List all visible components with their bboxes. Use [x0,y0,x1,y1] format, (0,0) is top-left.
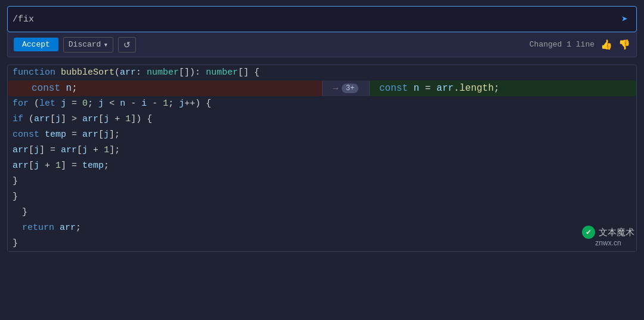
command-bar: /fix ➤ [7,6,637,32]
watermark: ✔ 文本魔术 znwx.cn [582,226,634,247]
thumbs-down-icon[interactable]: 👎 [618,39,630,51]
code-block: function bubbleSort(arr: number[]): numb… [8,65,636,251]
diff-badge: 3+ [342,84,358,93]
watermark-label: 文本魔术 [599,227,634,238]
keyword-function: function [13,65,61,81]
code-editor: function bubbleSort(arr: number[]): numb… [7,64,637,252]
discard-dropdown-icon: ▾ [103,40,108,50]
diff-row: const n; → 3+ const n = arr.length; [8,81,636,96]
command-prefix: /fix [13,14,34,24]
code-line-1: function bubbleSort(arr: number[]): numb… [8,65,636,81]
wechat-icon: ✔ [582,226,595,239]
code-line-11: return arr; [8,220,636,236]
arrow-symbol: → [333,84,338,93]
refresh-button[interactable]: ↺ [118,37,136,53]
command-input[interactable] [36,14,618,24]
code-line-7: arr[j + 1] = temp; [8,158,636,174]
send-button[interactable]: ➤ [618,11,631,27]
action-bar: Accept Discard ▾ ↺ Changed 1 line 👍 👎 [7,32,637,57]
fn-name: bubbleSort [61,65,114,81]
watermark-url: znwx.cn [595,239,621,247]
code-line-12: } [8,236,636,251]
discard-button[interactable]: Discard ▾ [63,37,113,53]
accept-button[interactable]: Accept [14,38,58,51]
code-line-5: const temp = arr[j]; [8,127,636,143]
command-input-wrap: /fix [13,14,618,24]
watermark-brand: ✔ 文本魔术 [582,226,634,239]
code-line-3: for (let j = 0; j < n - i - 1; j++) { [8,96,636,112]
discard-label: Discard [69,40,101,49]
code-line-9: } [8,189,636,205]
changed-info: Changed 1 line 👍 👎 [530,39,630,51]
diff-arrow: → 3+ [322,81,370,96]
code-area: function bubbleSort(arr: number[]): numb… [0,64,644,252]
thumbs-up-icon[interactable]: 👍 [600,39,612,51]
code-line-4: if (arr[j] > arr[j + 1]) { [8,112,636,127]
diff-old-line: const n; [8,81,322,96]
diff-new-line: const n = arr.length; [370,81,636,96]
code-line-8: } [8,174,636,189]
changed-text: Changed 1 line [530,40,595,49]
code-line-6: arr[j] = arr[j + 1]; [8,143,636,158]
code-line-10: } [8,205,636,220]
